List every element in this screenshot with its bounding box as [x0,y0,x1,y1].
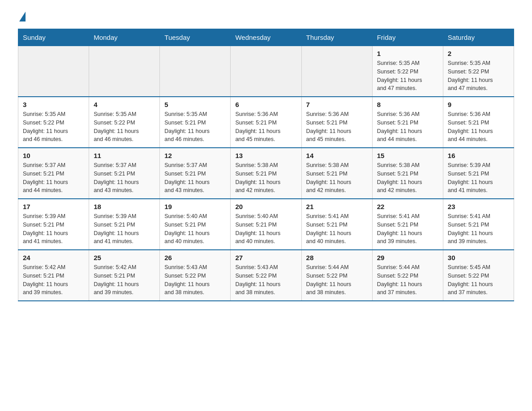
calendar-cell [89,46,160,97]
calendar-cell [231,46,301,97]
calendar-cell: 25Sunrise: 5:42 AM Sunset: 5:21 PM Dayli… [89,250,160,301]
day-info: Sunrise: 5:37 AM Sunset: 5:21 PM Dayligh… [164,161,226,195]
day-info: Sunrise: 5:37 AM Sunset: 5:21 PM Dayligh… [23,161,84,195]
calendar-cell: 23Sunrise: 5:41 AM Sunset: 5:21 PM Dayli… [443,199,514,250]
day-number: 18 [94,203,155,210]
day-info: Sunrise: 5:44 AM Sunset: 5:22 PM Dayligh… [377,263,438,297]
day-info: Sunrise: 5:35 AM Sunset: 5:22 PM Dayligh… [23,110,84,144]
calendar-cell: 2Sunrise: 5:35 AM Sunset: 5:22 PM Daylig… [443,46,514,97]
header-row: SundayMondayTuesdayWednesdayThursdayFrid… [18,29,514,46]
day-info: Sunrise: 5:40 AM Sunset: 5:21 PM Dayligh… [164,212,226,246]
day-info: Sunrise: 5:35 AM Sunset: 5:22 PM Dayligh… [94,110,155,144]
day-number: 4 [94,101,155,108]
calendar-cell: 8Sunrise: 5:36 AM Sunset: 5:21 PM Daylig… [372,97,443,148]
day-header-friday: Friday [372,29,443,46]
day-header-monday: Monday [89,29,160,46]
calendar-cell [18,46,89,97]
day-number: 17 [23,203,84,210]
day-info: Sunrise: 5:41 AM Sunset: 5:21 PM Dayligh… [448,212,509,246]
calendar-cell: 26Sunrise: 5:43 AM Sunset: 5:22 PM Dayli… [160,250,231,301]
day-info: Sunrise: 5:36 AM Sunset: 5:21 PM Dayligh… [306,110,368,144]
logo [18,13,26,20]
day-info: Sunrise: 5:38 AM Sunset: 5:21 PM Dayligh… [306,161,368,195]
calendar-cell: 18Sunrise: 5:39 AM Sunset: 5:21 PM Dayli… [89,199,160,250]
calendar-cell [160,46,231,97]
calendar-cell: 1Sunrise: 5:35 AM Sunset: 5:22 PM Daylig… [372,46,443,97]
week-row-1: 1Sunrise: 5:35 AM Sunset: 5:22 PM Daylig… [18,46,514,97]
calendar-cell: 11Sunrise: 5:37 AM Sunset: 5:21 PM Dayli… [89,148,160,199]
calendar-cell: 20Sunrise: 5:40 AM Sunset: 5:21 PM Dayli… [231,199,301,250]
calendar-cell: 10Sunrise: 5:37 AM Sunset: 5:21 PM Dayli… [18,148,89,199]
calendar-cell: 21Sunrise: 5:41 AM Sunset: 5:21 PM Dayli… [301,199,372,250]
day-info: Sunrise: 5:42 AM Sunset: 5:21 PM Dayligh… [23,263,84,297]
calendar-cell: 17Sunrise: 5:39 AM Sunset: 5:21 PM Dayli… [18,199,89,250]
day-number: 16 [448,152,509,159]
day-info: Sunrise: 5:36 AM Sunset: 5:21 PM Dayligh… [377,110,438,144]
day-info: Sunrise: 5:37 AM Sunset: 5:21 PM Dayligh… [94,161,155,195]
day-info: Sunrise: 5:41 AM Sunset: 5:21 PM Dayligh… [306,212,368,246]
day-info: Sunrise: 5:45 AM Sunset: 5:22 PM Dayligh… [448,263,509,297]
week-row-4: 17Sunrise: 5:39 AM Sunset: 5:21 PM Dayli… [18,199,514,250]
calendar-cell: 29Sunrise: 5:44 AM Sunset: 5:22 PM Dayli… [372,250,443,301]
logo-triangle-icon [19,12,26,21]
calendar-cell: 15Sunrise: 5:38 AM Sunset: 5:21 PM Dayli… [372,148,443,199]
day-header-sunday: Sunday [18,29,89,46]
week-row-5: 24Sunrise: 5:42 AM Sunset: 5:21 PM Dayli… [18,250,514,301]
calendar-table: SundayMondayTuesdayWednesdayThursdayFrid… [18,29,514,301]
day-number: 25 [94,254,155,261]
calendar-cell: 19Sunrise: 5:40 AM Sunset: 5:21 PM Dayli… [160,199,231,250]
day-info: Sunrise: 5:43 AM Sunset: 5:22 PM Dayligh… [164,263,226,297]
calendar-cell: 16Sunrise: 5:39 AM Sunset: 5:21 PM Dayli… [443,148,514,199]
calendar-cell: 24Sunrise: 5:42 AM Sunset: 5:21 PM Dayli… [18,250,89,301]
day-header-tuesday: Tuesday [160,29,231,46]
calendar-cell: 5Sunrise: 5:35 AM Sunset: 5:21 PM Daylig… [160,97,231,148]
day-info: Sunrise: 5:35 AM Sunset: 5:21 PM Dayligh… [164,110,226,144]
calendar-cell: 12Sunrise: 5:37 AM Sunset: 5:21 PM Dayli… [160,148,231,199]
day-number: 14 [306,152,368,159]
calendar-cell: 27Sunrise: 5:43 AM Sunset: 5:22 PM Dayli… [231,250,301,301]
day-info: Sunrise: 5:39 AM Sunset: 5:21 PM Dayligh… [448,161,509,195]
day-info: Sunrise: 5:40 AM Sunset: 5:21 PM Dayligh… [235,212,296,246]
day-header-thursday: Thursday [301,29,372,46]
day-info: Sunrise: 5:38 AM Sunset: 5:21 PM Dayligh… [235,161,296,195]
day-info: Sunrise: 5:35 AM Sunset: 5:22 PM Dayligh… [377,59,438,93]
calendar-cell: 7Sunrise: 5:36 AM Sunset: 5:21 PM Daylig… [301,97,372,148]
calendar-cell [301,46,372,97]
day-info: Sunrise: 5:44 AM Sunset: 5:22 PM Dayligh… [306,263,368,297]
day-info: Sunrise: 5:39 AM Sunset: 5:21 PM Dayligh… [94,212,155,246]
week-row-2: 3Sunrise: 5:35 AM Sunset: 5:22 PM Daylig… [18,97,514,148]
day-number: 13 [235,152,296,159]
day-number: 8 [377,101,438,108]
day-number: 2 [448,50,509,57]
calendar-cell: 3Sunrise: 5:35 AM Sunset: 5:22 PM Daylig… [18,97,89,148]
calendar-cell: 9Sunrise: 5:36 AM Sunset: 5:21 PM Daylig… [443,97,514,148]
day-number: 29 [377,254,438,261]
day-number: 11 [94,152,155,159]
day-info: Sunrise: 5:38 AM Sunset: 5:21 PM Dayligh… [377,161,438,195]
day-number: 7 [306,101,368,108]
day-info: Sunrise: 5:39 AM Sunset: 5:21 PM Dayligh… [23,212,84,246]
page-header [18,13,514,20]
day-number: 24 [23,254,84,261]
day-header-wednesday: Wednesday [231,29,301,46]
day-number: 15 [377,152,438,159]
calendar-cell: 4Sunrise: 5:35 AM Sunset: 5:22 PM Daylig… [89,97,160,148]
day-info: Sunrise: 5:41 AM Sunset: 5:21 PM Dayligh… [377,212,438,246]
day-info: Sunrise: 5:36 AM Sunset: 5:21 PM Dayligh… [448,110,509,144]
calendar-cell: 22Sunrise: 5:41 AM Sunset: 5:21 PM Dayli… [372,199,443,250]
day-info: Sunrise: 5:43 AM Sunset: 5:22 PM Dayligh… [235,263,296,297]
day-number: 12 [164,152,226,159]
day-number: 20 [235,203,296,210]
day-header-saturday: Saturday [443,29,514,46]
day-number: 22 [377,203,438,210]
day-number: 9 [448,101,509,108]
day-number: 1 [377,50,438,57]
day-number: 10 [23,152,84,159]
day-number: 27 [235,254,296,261]
day-number: 5 [164,101,226,108]
calendar-cell: 6Sunrise: 5:36 AM Sunset: 5:21 PM Daylig… [231,97,301,148]
day-number: 23 [448,203,509,210]
calendar-cell: 13Sunrise: 5:38 AM Sunset: 5:21 PM Dayli… [231,148,301,199]
day-number: 3 [23,101,84,108]
day-info: Sunrise: 5:42 AM Sunset: 5:21 PM Dayligh… [94,263,155,297]
